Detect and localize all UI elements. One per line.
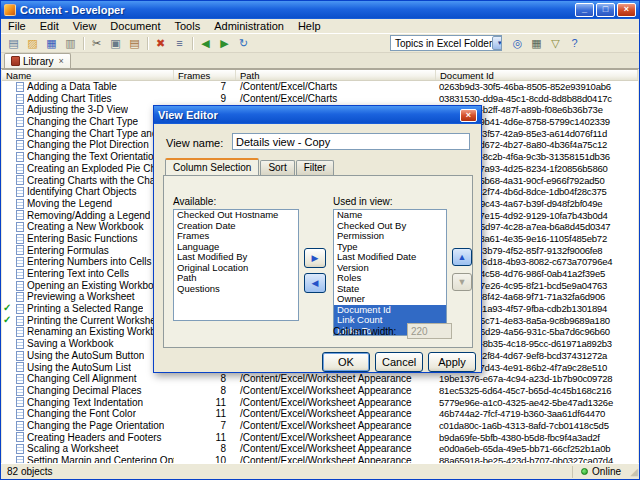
available-field[interactable]: Path — [174, 273, 298, 284]
available-fields-listbox[interactable]: Checked Out HostnameCreation DateFramesL… — [173, 209, 299, 321]
column-width-input[interactable] — [407, 323, 452, 339]
docid-cell: 5779e96e-a1c0-4325-ae42-5be47ad1326e — [436, 397, 638, 409]
dialog-tab-sort[interactable]: Sort — [260, 160, 294, 175]
move-left-button[interactable]: ◀ — [304, 273, 326, 293]
used-field[interactable]: Last Modified Date — [334, 252, 446, 263]
object-count: 82 objects — [7, 466, 53, 477]
move-down-button[interactable]: ▼ — [452, 273, 472, 291]
menu-file[interactable]: File — [1, 19, 33, 34]
menu-view[interactable]: View — [66, 19, 104, 34]
tab-library[interactable]: Library × — [4, 53, 71, 68]
dialog-tab-column-selection[interactable]: Column Selection — [165, 158, 259, 175]
tab-close-icon[interactable]: × — [59, 57, 64, 66]
used-field[interactable]: Owner — [334, 294, 446, 305]
available-field[interactable]: Last Modified By — [174, 252, 298, 263]
used-field[interactable]: Version — [334, 263, 446, 274]
toolbar-button-new-document[interactable]: ▤ — [4, 35, 23, 52]
move-up-button[interactable]: ▲ — [452, 248, 472, 266]
table-row[interactable]: Scaling a Worksheet8/Content/Excel/Works… — [2, 443, 638, 455]
chevron-down-icon[interactable]: ▼ — [492, 36, 502, 50]
toolbar-button-search[interactable]: ◎ — [508, 35, 527, 52]
available-field[interactable]: Language — [174, 242, 298, 253]
document-icon — [16, 456, 24, 463]
table-row[interactable]: Changing the Font Color11/Content/Excel/… — [2, 408, 638, 420]
dialog-close-button[interactable]: × — [460, 109, 477, 122]
toolbar-button-copy[interactable]: ▣ — [106, 35, 125, 52]
menu-help[interactable]: Help — [291, 19, 328, 34]
table-row[interactable]: Adding Chart Titles9/Content/Excel/Chart… — [2, 93, 638, 105]
menu-tools[interactable]: Tools — [168, 19, 208, 34]
used-field[interactable]: Roles — [334, 273, 446, 284]
document-icon — [16, 245, 24, 255]
delete-icon: ✖ — [156, 38, 165, 49]
available-field[interactable]: Creation Date — [174, 221, 298, 232]
resize-grip[interactable]: ◢ — [630, 465, 638, 479]
copy-icon: ▣ — [110, 38, 120, 49]
frames-cell: 8 — [174, 385, 236, 397]
table-row[interactable]: Changing Text Indentation11/Content/Exce… — [2, 397, 638, 409]
column-header-document-id[interactable]: Document Id — [436, 70, 638, 80]
menu-administration[interactable]: Administration — [207, 19, 291, 34]
used-field[interactable]: Type — [334, 242, 446, 253]
document-icon — [16, 397, 24, 407]
menu-edit[interactable]: Edit — [33, 19, 66, 34]
forward-icon: ▶ — [220, 38, 228, 49]
toolbar-button-grid-view[interactable]: ▦ — [527, 35, 546, 52]
toolbar-button-cut[interactable]: ✂ — [87, 35, 106, 52]
toolbar-button-forward[interactable]: ▶ — [215, 35, 234, 52]
cancel-button[interactable]: Cancel — [375, 352, 423, 372]
toolbar-button-refresh[interactable]: ↻ — [234, 35, 253, 52]
row-name: Identifying Chart Objects — [27, 186, 137, 198]
column-header-name[interactable]: Name — [2, 70, 174, 80]
row-name: Changing the Page Orientation — [27, 420, 164, 432]
table-row[interactable]: Setting Margin and Centering Options10/C… — [2, 455, 638, 463]
topics-combobox[interactable]: Topics in Excel Folder ▼ — [390, 35, 502, 51]
toolbar-button-print[interactable]: ▥ — [61, 35, 80, 52]
name-cell: Using the AutoSum Button — [2, 350, 174, 362]
column-header-path[interactable]: Path — [236, 70, 436, 80]
available-field[interactable]: Frames — [174, 231, 298, 242]
close-button[interactable]: × — [617, 3, 636, 17]
row-name: Moving the Legend — [27, 198, 112, 210]
used-field[interactable]: Permission — [334, 231, 446, 242]
used-field[interactable]: Checked Out By — [334, 221, 446, 232]
online-indicator-icon — [581, 468, 588, 475]
used-fields-listbox[interactable]: NameChecked Out ByPermissionTypeLast Mod… — [333, 209, 447, 336]
toolbar-button-properties[interactable]: ≡ — [170, 35, 189, 52]
table-row[interactable]: Changing the Page Orientation7/Content/E… — [2, 420, 638, 432]
minimize-button[interactable]: _ — [575, 3, 594, 17]
table-row[interactable]: Changing Cell Alignment8/Content/Excel/W… — [2, 373, 638, 385]
connection-status: Online — [572, 466, 633, 478]
row-name: Printing a Selected Range — [27, 303, 143, 315]
table-row[interactable]: Changing Decimal Places8/Content/Excel/W… — [2, 385, 638, 397]
table-row[interactable]: Adding a Data Table7/Content/Excel/Chart… — [2, 81, 638, 93]
row-name: Removing/Adding a Legend — [27, 210, 150, 222]
available-field[interactable]: Checked Out Hostname — [174, 210, 298, 221]
menu-document[interactable]: Document — [103, 19, 167, 34]
docid-cell: 03831530-dd9a-45c1-8cdd-8d8b88d0417c — [436, 93, 638, 105]
available-field[interactable]: Questions — [174, 284, 298, 295]
row-name: Opening an Existing Workbook — [27, 280, 164, 292]
used-field[interactable]: Name — [334, 210, 446, 221]
used-field[interactable]: Document Id — [334, 305, 446, 316]
window-title: Content - Developer — [20, 4, 573, 16]
dialog-tab-filter[interactable]: Filter — [296, 160, 334, 175]
row-name: Entering Basic Functions — [27, 233, 138, 245]
table-row[interactable]: Creating Headers and Footers11/Content/E… — [2, 432, 638, 444]
toolbar-button-paste[interactable]: ▤ — [125, 35, 144, 52]
toolbar-button-save[interactable]: ▦ — [42, 35, 61, 52]
available-field[interactable]: Original Location — [174, 263, 298, 274]
toolbar-button-delete[interactable]: ✖ — [151, 35, 170, 52]
move-right-button[interactable]: ▶ — [304, 248, 326, 268]
toolbar-button-help[interactable]: ? — [565, 35, 584, 52]
toolbar-button-back[interactable]: ◀ — [196, 35, 215, 52]
toolbar-button-filter[interactable]: ▽ — [546, 35, 565, 52]
view-name-input[interactable] — [232, 133, 470, 150]
ok-button[interactable]: OK — [322, 352, 370, 372]
column-header-frames[interactable]: Frames — [174, 70, 236, 80]
path-cell: /Content/Excel/Worksheet Appearance — [236, 385, 436, 397]
apply-button[interactable]: Apply — [428, 352, 476, 372]
maximize-button[interactable]: □ — [596, 3, 615, 17]
used-field[interactable]: State — [334, 284, 446, 295]
toolbar-button-open-folder[interactable]: ▨ — [23, 35, 42, 52]
